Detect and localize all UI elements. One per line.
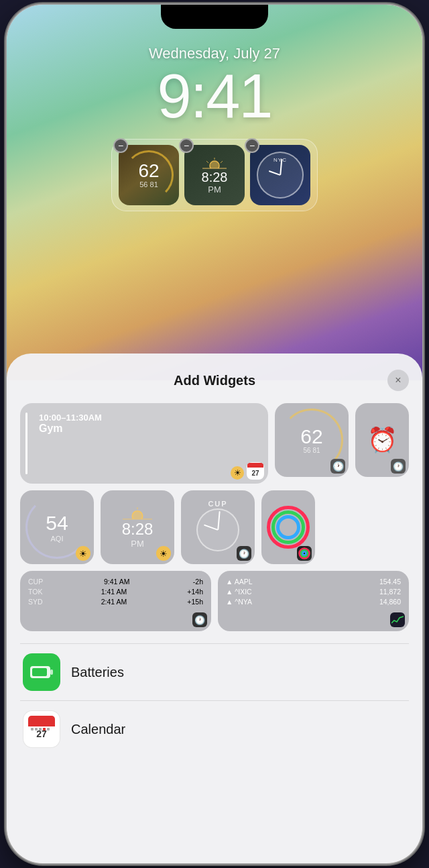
stocks-content: ▲ AAPL 154.45 ▲ ^IXIC 11,872 ▲ ^NYA 14,8… (226, 578, 401, 606)
stocks-widget[interactable]: ▲ AAPL 154.45 ▲ ^IXIC 11,872 ▲ ^NYA 14,8… (218, 571, 409, 631)
widgets-section: 10:00–11:30AM Gym 27 ☀ (20, 403, 409, 631)
stock-val-1: 154.45 (379, 578, 401, 586)
sunset-ampm: PM (208, 184, 221, 195)
svg-rect-25 (39, 728, 42, 730)
weather-arc (124, 150, 174, 200)
remove-clock-btn[interactable]: − (245, 138, 259, 153)
sunset-widget-sm[interactable]: 8:28 PM ☀ (101, 490, 174, 564)
stock-name-1: ▲ AAPL (226, 578, 253, 586)
stocks-badge (390, 612, 405, 627)
close-button[interactable]: × (387, 370, 409, 391)
world-clocks-content: CUP 9:41 AM -2h TOK 1:41 AM +14h SYD 2:4… (28, 578, 203, 606)
batteries-app-icon (23, 653, 60, 691)
aqi-widget[interactable]: 54 AQI ☀ (20, 490, 94, 564)
date-label: Wednesday, July 27 (149, 45, 280, 62)
svg-line-4 (221, 161, 223, 163)
app-list: Batteries 27 C (20, 643, 409, 757)
notch (161, 5, 268, 29)
stocks-chart-icon (391, 615, 404, 625)
widget-row-1: 10:00–11:30AM Gym 27 ☀ (20, 403, 409, 484)
wc-city-2: TOK (28, 588, 50, 596)
svg-text:27: 27 (251, 470, 259, 477)
panel-header: Add Widgets × (20, 370, 409, 391)
calendar-icon: 27 (247, 463, 263, 479)
svg-rect-17 (50, 669, 53, 675)
cup-min-hand (217, 511, 220, 530)
svg-line-3 (206, 161, 208, 163)
remove-weather-btn[interactable]: − (113, 138, 128, 153)
wc-time-1: 9:41 AM (104, 578, 139, 586)
svg-point-15 (303, 552, 306, 555)
event-name: Gym (39, 423, 259, 435)
stock-val-2: 11,872 (379, 588, 401, 596)
weather-badge: ☀ (231, 466, 244, 480)
stock-row-1: ▲ AAPL 154.45 (226, 578, 401, 586)
calendar-app-item[interactable]: 27 Calendar (20, 700, 409, 757)
world-clocks-widget[interactable]: CUP 9:41 AM -2h TOK 1:41 AM +14h SYD 2:4… (20, 571, 211, 631)
phone-frame: Wednesday, July 27 9:41 − 62 56 81 (7, 5, 422, 863)
cup-label: CUP (181, 500, 255, 508)
sunset-icon-sm (123, 506, 152, 521)
wc-time-3: 2:41 AM (101, 598, 136, 606)
svg-rect-7 (247, 463, 263, 466)
calendar-icon-svg: 27 (28, 716, 55, 743)
lock-widgets-row: − 62 56 81 − (111, 139, 318, 211)
widget-row-2: 54 AQI ☀ 8:28 PM ☀ (20, 490, 409, 564)
stock-name-3: ▲ ^NYA (226, 598, 252, 606)
add-widgets-panel: Add Widgets × 10:00–11:30AM Gym (7, 354, 422, 863)
sunset-ampm-sm: PM (131, 539, 144, 549)
sunset-lock-widget[interactable]: − 8:28 PM (184, 145, 245, 205)
activity-rings (267, 506, 310, 549)
svg-rect-27 (47, 728, 50, 730)
clock-badge-3: 🕐 (237, 546, 251, 561)
wc-row-1: CUP 9:41 AM -2h (28, 578, 203, 586)
weather-lock-widget[interactable]: − 62 56 81 (119, 145, 179, 205)
svg-rect-23 (31, 728, 34, 730)
weather-badge-3: ☀ (156, 546, 171, 561)
remove-sunset-btn[interactable]: − (179, 138, 194, 153)
panel-title: Add Widgets (42, 373, 387, 388)
wc-diff-1: -2h (193, 578, 203, 586)
stand-ring (276, 515, 300, 539)
weather-widget-display: 62 56 81 (119, 145, 179, 205)
alarm-widget[interactable]: ⏰ 🕐 (355, 403, 409, 477)
time-label: 9:41 (157, 65, 271, 127)
ny-clock-lock-widget[interactable]: − NYC (250, 145, 310, 205)
clock-badge-2: 🕐 (391, 459, 406, 474)
alarm-icon: ⏰ (367, 426, 397, 454)
calendar-app-icon: 27 (23, 710, 60, 748)
batteries-app-item[interactable]: Batteries (20, 643, 409, 700)
sunset-time-sm: 8:28 (122, 521, 154, 538)
activity-badge (297, 546, 312, 561)
svg-rect-24 (35, 728, 38, 730)
cup-hour-hand (204, 525, 218, 531)
ny-clock-display: NYC (250, 145, 310, 205)
clock-badge-wc: 🕐 (192, 612, 207, 627)
sunset-widget-display: 8:28 PM (184, 145, 245, 205)
weather-62-widget[interactable]: 62 56 81 🕐 (275, 403, 349, 477)
wc-diff-3: +15h (187, 598, 203, 606)
cup-widget[interactable]: CUP 🕐 (181, 490, 255, 564)
wc-city-3: SYD (28, 598, 50, 606)
activity-rings-widget[interactable] (261, 490, 315, 564)
calendar-app-name: Calendar (71, 722, 125, 737)
cup-clock-face (196, 508, 239, 551)
wc-row-3: SYD 2:41 AM +15h (28, 598, 203, 606)
batteries-icon-svg (30, 664, 53, 680)
calendar-large-widget[interactable]: 10:00–11:30AM Gym 27 ☀ (20, 403, 268, 484)
fitness-badge-icon (298, 547, 310, 559)
sunset-icon (201, 156, 228, 170)
lock-screen-content: Wednesday, July 27 9:41 − 62 56 81 (7, 45, 422, 211)
wc-row-2: TOK 1:41 AM +14h (28, 588, 203, 596)
batteries-app-name: Batteries (71, 665, 124, 680)
wc-time-2: 1:41 AM (101, 588, 136, 596)
wc-city-1: CUP (28, 578, 50, 586)
stock-row-2: ▲ ^IXIC 11,872 (226, 588, 401, 596)
widget-row-3: CUP 9:41 AM -2h TOK 1:41 AM +14h SYD 2:4… (20, 571, 409, 631)
svg-rect-21 (28, 721, 55, 726)
clock-face: NYC (257, 152, 304, 199)
wc-diff-2: +14h (187, 588, 203, 596)
calendar-icon-badge: 27 (247, 462, 264, 480)
sunset-time: 8:28 (202, 170, 228, 184)
weather-badge-2: ☀ (76, 546, 90, 561)
